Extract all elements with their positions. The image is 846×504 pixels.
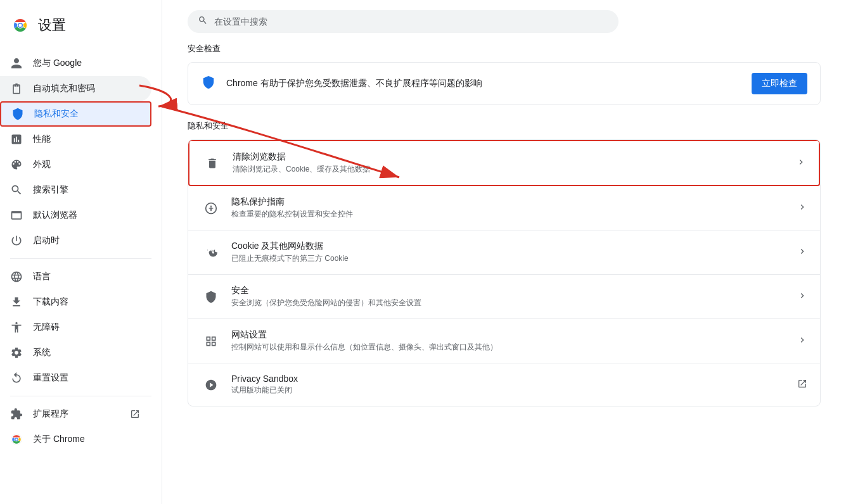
svg-point-8	[16, 439, 18, 441]
privacy-sandbox-title: Privacy Sandbox	[231, 374, 792, 384]
sidebar-item-privacy-label: 隐私和安全	[34, 108, 79, 120]
main-content: 安全检查 Chrome 有助于保护您免受数据泄露、不良扩展程序等问题的影响 立即…	[162, 0, 846, 504]
trash-icon	[202, 153, 222, 173]
sidebar-item-language[interactable]: 语言	[0, 264, 151, 289]
privacy-sandbox-icon	[201, 375, 221, 395]
cookies-desc: 已阻止无痕模式下的第三方 Cookie	[231, 253, 792, 264]
reset-icon	[10, 372, 23, 384]
security-arrow-icon	[797, 291, 807, 303]
sidebar: 设置 您与 Google 自动填充和密码 隐私和安全	[0, 0, 162, 504]
sidebar-item-privacy[interactable]: 隐私和安全	[0, 101, 151, 127]
site-settings-icon	[201, 331, 221, 351]
safety-check-card: Chrome 有助于保护您免受数据泄露、不良扩展程序等问题的影响 立即检查	[188, 62, 821, 105]
settings-item-privacy-guide[interactable]: 隐私保护指南 检查重要的隐私控制设置和安全控件	[188, 186, 820, 230]
shield-blue-icon	[201, 75, 216, 92]
sidebar-item-appearance-label: 外观	[33, 159, 51, 170]
safety-check-description: Chrome 有助于保护您免受数据泄露、不良扩展程序等问题的影响	[226, 78, 482, 89]
clear-data-desc: 清除浏览记录、Cookie、缓存及其他数据	[233, 164, 791, 175]
sidebar-item-extensions[interactable]: 扩展程序	[0, 401, 151, 427]
search-bar	[188, 10, 618, 33]
sidebar-item-browser-label: 默认浏览器	[33, 210, 77, 221]
privacy-section-title: 隐私和安全	[188, 120, 821, 132]
nav-divider-2	[10, 396, 151, 396]
search-icon	[198, 15, 208, 28]
extension-icon	[10, 408, 23, 420]
settings-item-security[interactable]: 安全 安全浏览（保护您免受危险网站的侵害）和其他安全设置	[188, 275, 820, 319]
sidebar-item-startup-label: 启动时	[33, 235, 60, 246]
site-settings-desc: 控制网站可以使用和显示什么信息（如位置信息、摄像头、弹出式窗口及其他）	[231, 342, 792, 353]
clear-data-arrow-icon	[796, 157, 806, 170]
privacy-sandbox-content: Privacy Sandbox 试用版功能已关闭	[231, 374, 792, 396]
safety-check-info: Chrome 有助于保护您免受数据泄露、不良扩展程序等问题的影响	[201, 75, 482, 92]
sidebar-item-browser[interactable]: 默认浏览器	[0, 203, 151, 228]
privacy-guide-desc: 检查重要的隐私控制设置和安全控件	[231, 209, 792, 220]
sidebar-item-download-label: 下载内容	[33, 296, 68, 308]
security-content: 安全 安全浏览（保护您免受危险网站的侵害）和其他安全设置	[231, 285, 792, 308]
sidebar-header: 设置	[0, 10, 162, 51]
site-settings-content: 网站设置 控制网站可以使用和显示什么信息（如位置信息、摄像头、弹出式窗口及其他）	[231, 329, 792, 353]
shield-nav-icon	[11, 108, 24, 120]
safety-check-section-title: 安全检查	[188, 43, 821, 54]
sidebar-item-reset-label: 重置设置	[33, 372, 68, 384]
performance-icon	[10, 133, 23, 146]
clear-data-title: 清除浏览数据	[233, 151, 791, 163]
sidebar-item-accessibility-label: 无障碍	[33, 322, 60, 333]
sidebar-item-reset[interactable]: 重置设置	[0, 365, 151, 391]
sidebar-item-autofill[interactable]: 自动填充和密码	[0, 76, 151, 101]
privacy-guide-icon	[201, 198, 221, 218]
cookies-content: Cookie 及其他网站数据 已阻止无痕模式下的第三方 Cookie	[231, 241, 792, 264]
sidebar-item-google[interactable]: 您与 Google	[0, 51, 151, 76]
settings-item-clear-data[interactable]: 清除浏览数据 清除浏览记录、Cookie、缓存及其他数据	[188, 140, 820, 186]
sidebar-item-language-label: 语言	[33, 271, 51, 282]
security-icon	[201, 287, 221, 307]
search-input[interactable]	[214, 16, 608, 27]
settings-item-site-settings[interactable]: 网站设置 控制网站可以使用和显示什么信息（如位置信息、摄像头、弹出式窗口及其他）	[188, 319, 820, 363]
sidebar-item-search[interactable]: 搜索引擎	[0, 177, 151, 203]
sidebar-item-extensions-label: 扩展程序	[33, 408, 68, 420]
sidebar-item-about-label: 关于 Chrome	[33, 434, 85, 445]
palette-icon	[10, 158, 23, 171]
system-icon	[10, 346, 23, 359]
security-title: 安全	[231, 285, 792, 296]
sidebar-item-performance-label: 性能	[33, 134, 51, 145]
cookies-arrow-icon	[797, 246, 807, 259]
search-nav-icon	[10, 184, 23, 196]
site-settings-title: 网站设置	[231, 329, 792, 341]
sidebar-item-accessibility[interactable]: 无障碍	[0, 315, 151, 340]
sidebar-item-download[interactable]: 下载内容	[0, 289, 151, 315]
download-icon	[10, 296, 23, 308]
content-area: 安全检查 Chrome 有助于保护您免受数据泄露、不良扩展程序等问题的影响 立即…	[162, 43, 846, 504]
external-link-icon	[129, 408, 141, 420]
privacy-guide-arrow-icon	[797, 202, 807, 215]
chrome-icon	[10, 433, 23, 446]
sidebar-nav: 您与 Google 自动填充和密码 隐私和安全 性能	[0, 51, 162, 494]
sidebar-item-autofill-label: 自动填充和密码	[33, 83, 95, 94]
cookies-title: Cookie 及其他网站数据	[231, 241, 792, 252]
sidebar-item-startup[interactable]: 启动时	[0, 228, 151, 253]
settings-item-privacy-sandbox[interactable]: Privacy Sandbox 试用版功能已关闭	[188, 363, 820, 406]
accessibility-icon	[10, 321, 23, 334]
privacy-guide-content: 隐私保护指南 检查重要的隐私控制设置和安全控件	[231, 196, 792, 220]
language-icon	[10, 270, 23, 283]
sidebar-item-google-label: 您与 Google	[33, 58, 82, 69]
chrome-logo-icon	[10, 15, 30, 35]
browser-icon	[10, 209, 23, 222]
cookie-icon	[201, 243, 221, 263]
settings-item-cookies[interactable]: Cookie 及其他网站数据 已阻止无痕模式下的第三方 Cookie	[188, 230, 820, 275]
sidebar-item-system[interactable]: 系统	[0, 340, 151, 365]
person-icon	[10, 57, 23, 70]
clear-data-content: 清除浏览数据 清除浏览记录、Cookie、缓存及其他数据	[233, 151, 791, 175]
settings-list: 清除浏览数据 清除浏览记录、Cookie、缓存及其他数据 隐私保护指南 检查重要…	[188, 139, 821, 406]
sidebar-item-system-label: 系统	[33, 347, 51, 358]
sidebar-item-about[interactable]: 关于 Chrome	[0, 427, 151, 452]
sidebar-item-performance[interactable]: 性能	[0, 127, 151, 152]
autofill-icon	[10, 82, 23, 95]
privacy-sandbox-external-icon	[797, 379, 807, 391]
sidebar-item-search-label: 搜索引擎	[33, 184, 68, 196]
privacy-sandbox-desc: 试用版功能已关闭	[231, 385, 792, 396]
privacy-guide-title: 隐私保护指南	[231, 196, 792, 208]
check-now-button[interactable]: 立即检查	[752, 73, 807, 94]
site-settings-arrow-icon	[797, 335, 807, 348]
sidebar-item-appearance[interactable]: 外观	[0, 152, 151, 177]
security-desc: 安全浏览（保护您免受危险网站的侵害）和其他安全设置	[231, 298, 792, 308]
